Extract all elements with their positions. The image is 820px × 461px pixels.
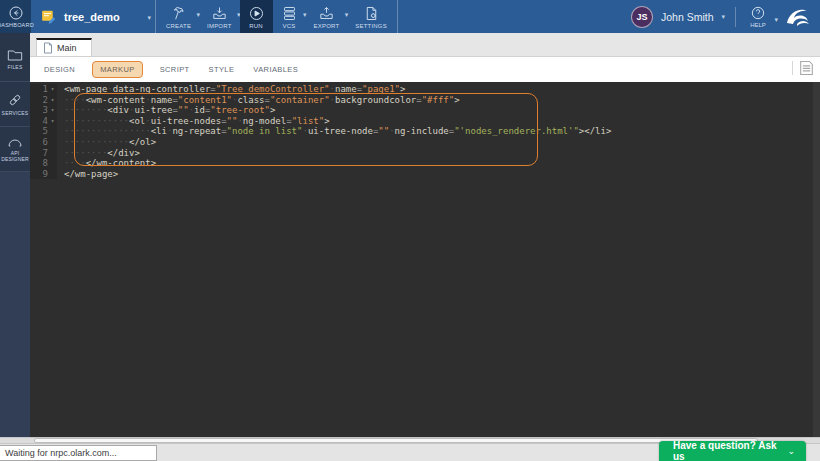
settings-label: SETTINGS <box>355 23 387 29</box>
left-sidebar: FILES SERVICES API DESIGNER <box>0 33 30 437</box>
sidebar-item-label: FILES <box>8 64 23 71</box>
line-number: 5 <box>30 126 48 137</box>
code-line[interactable]: 2▾····<wm-content·name="content1"·class=… <box>30 95 820 106</box>
fold-caret-icon[interactable]: ▾ <box>48 84 57 95</box>
markup-snippet-icon[interactable] <box>799 60 814 76</box>
play-circle-icon <box>248 5 265 22</box>
user-avatar[interactable]: JS <box>631 6 653 28</box>
help-label: HELP <box>750 22 766 28</box>
line-number: 8 <box>30 158 48 169</box>
caret-down-icon[interactable]: ▾ <box>721 13 725 20</box>
export-tray-icon <box>318 5 335 22</box>
subtab-divider <box>792 61 793 75</box>
bottom-bar: Waiting for nrpc.olark.com... Have a que… <box>0 444 820 461</box>
export-button[interactable]: EXPORT ▾ <box>306 0 348 33</box>
toolbar-right: JS John Smith ▾ HELP ▾ <box>631 0 820 33</box>
tab-markup[interactable]: MARKUP <box>92 61 143 78</box>
code-text: ················<li·ng-repeat="node in l… <box>57 126 611 137</box>
fold-caret-icon <box>48 148 57 159</box>
stack-icon <box>281 5 298 22</box>
file-gear-icon <box>363 5 380 22</box>
fold-caret-icon[interactable]: ▾ <box>48 105 57 116</box>
wavemaker-logo-icon <box>784 3 812 31</box>
import-label: IMPORT <box>207 23 231 29</box>
editor-scrollbar[interactable] <box>813 82 820 437</box>
chevron-down-icon: ⌄ <box>787 446 806 456</box>
import-button[interactable]: IMPORT ▾ <box>199 0 239 33</box>
toolbar-divider <box>155 0 156 33</box>
chat-button-label: Have a question? Ask us <box>659 440 787 461</box>
code-line[interactable]: 3▾········<div·ui-tree=""·id="tree-root"… <box>30 105 820 116</box>
settings-button[interactable]: SETTINGS <box>347 0 395 33</box>
code-line[interactable]: 7········</div> <box>30 148 820 159</box>
toolbar-divider <box>397 0 398 33</box>
link-icon <box>7 92 23 108</box>
run-label: RUN <box>249 23 263 29</box>
tab-main-label: Main <box>57 43 77 53</box>
sidebar-item-files[interactable]: FILES <box>0 33 30 82</box>
editor-subtabs: DESIGN MARKUP SCRIPT STYLE VARIABLES <box>30 57 820 82</box>
code-text: </wm-page> <box>57 169 118 180</box>
caret-down-icon: ▾ <box>147 14 151 21</box>
code-text: ····<wm-content·name="content1"·class="c… <box>57 95 460 106</box>
line-number: 1 <box>30 84 48 95</box>
status-text: Waiting for nrpc.olark.com... <box>5 448 117 458</box>
horizontal-scrollbar-thumb[interactable] <box>34 438 758 443</box>
tab-style[interactable]: STYLE <box>207 62 237 77</box>
sidebar-item-services[interactable]: SERVICES <box>0 82 30 127</box>
tab-main[interactable]: Main <box>36 38 92 56</box>
hammer-icon <box>170 5 187 22</box>
line-number: 4 <box>30 116 48 127</box>
fold-caret-icon[interactable]: ▾ <box>48 95 57 106</box>
code-lines: 1▾<wm-page·data-ng-controller="Tree demo… <box>30 82 820 179</box>
run-button[interactable]: RUN <box>240 0 273 33</box>
code-text: ····</wm-content> <box>57 158 156 169</box>
dashboard-label: DASHBOARD <box>0 22 34 28</box>
dashboard-button[interactable]: DASHBOARD <box>0 0 31 33</box>
sidebar-item-label: SERVICES <box>2 110 29 117</box>
tab-design[interactable]: DESIGN <box>42 62 77 77</box>
sidebar-item-api-designer[interactable]: API DESIGNER <box>0 127 30 172</box>
user-name[interactable]: John Smith <box>661 11 714 23</box>
sidebar-item-label: API DESIGNER <box>0 150 30 163</box>
import-tray-icon <box>211 5 228 22</box>
code-line[interactable]: 4▾············<ol·ui-tree-nodes=""·ng-mo… <box>30 116 820 127</box>
caret-down-icon: ▾ <box>774 16 778 23</box>
project-name: tree_demo <box>64 11 120 23</box>
fold-caret-icon <box>48 126 57 137</box>
line-number: 3 <box>30 105 48 116</box>
create-button[interactable]: CREATE ▾ <box>158 0 199 33</box>
vcs-label: VCS <box>283 23 296 29</box>
line-number: 2 <box>30 95 48 106</box>
code-text: ········<div·ui-tree=""·id="tree-root"> <box>57 105 275 116</box>
code-line[interactable]: 5················<li·ng-repeat="node in … <box>30 126 820 137</box>
top-toolbar: DASHBOARD tree_demo ▾ CREATE ▾ IMPORT ▾ … <box>0 0 820 33</box>
code-line[interactable]: 6············</ol> <box>30 137 820 148</box>
folder-icon <box>7 48 23 62</box>
code-text: ········</div> <box>57 148 140 159</box>
fold-caret-icon <box>48 137 57 148</box>
create-label: CREATE <box>166 23 191 29</box>
browser-status: Waiting for nrpc.olark.com... <box>0 445 157 461</box>
project-selector[interactable]: tree_demo ▾ <box>31 0 153 33</box>
fold-caret-icon <box>48 169 57 180</box>
code-line[interactable]: 8····</wm-content> <box>30 158 820 169</box>
document-icon <box>43 42 53 54</box>
toolbar-divider <box>735 7 736 27</box>
code-text: ············</ol> <box>57 137 156 148</box>
code-line[interactable]: 1▾<wm-page·data-ng-controller="Tree demo… <box>30 84 820 95</box>
wavemaker-studio: DASHBOARD tree_demo ▾ CREATE ▾ IMPORT ▾ … <box>0 0 820 461</box>
code-text: <wm-page·data-ng-controller="Tree demoCo… <box>57 84 405 95</box>
fold-caret-icon[interactable]: ▾ <box>48 116 57 127</box>
help-button[interactable]: HELP ▾ <box>746 5 776 28</box>
vcs-button[interactable]: VCS ▾ <box>273 0 306 33</box>
export-label: EXPORT <box>314 23 340 29</box>
olark-chat-button[interactable]: Have a question? Ask us ⌄ <box>659 441 806 461</box>
code-editor[interactable]: 1▾<wm-page·data-ng-controller="Tree demo… <box>30 82 820 437</box>
code-line[interactable]: 9</wm-page> <box>30 169 820 180</box>
tab-script[interactable]: SCRIPT <box>158 62 192 77</box>
tab-variables[interactable]: VARIABLES <box>251 62 300 77</box>
question-circle-icon <box>750 5 766 21</box>
page-tabstrip: Main <box>30 33 820 57</box>
line-number: 9 <box>30 169 48 180</box>
